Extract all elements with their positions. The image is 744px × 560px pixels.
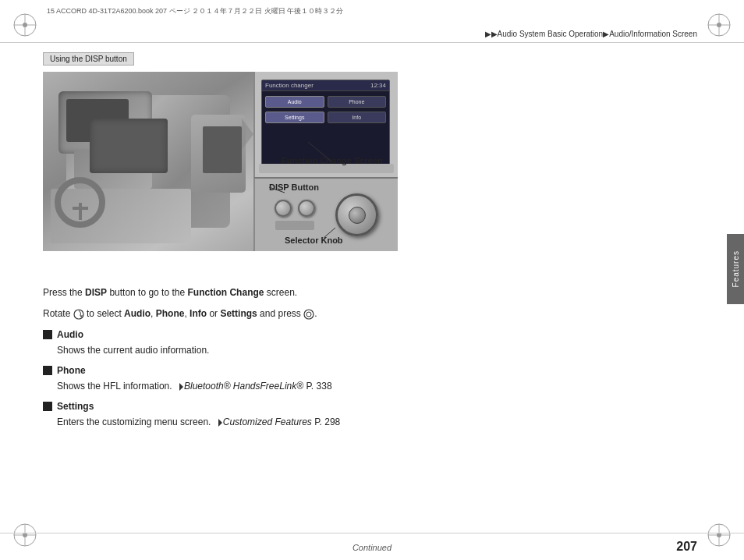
selector-knob[interactable] [335,193,378,236]
disp-btn-left[interactable] [275,200,292,217]
phone-button[interactable]: Phone [328,96,387,108]
disp-button-label: DISP Button [269,183,319,192]
phone-square-icon [43,366,52,375]
settings-description: Enters the customizing menu screen. Cust… [57,415,701,429]
function-screen-display: Function changer 12:34 Audio Phone Setti… [261,80,390,165]
features-tab-label: Features [732,250,740,287]
disp-btn-mid[interactable] [298,200,315,217]
settings-button[interactable]: Settings [265,112,324,123]
continued-label: Continued [353,543,391,552]
function-screen-body: Audio Phone Settings Info [262,91,389,132]
section-phone: Phone [43,365,701,376]
top-bar: 15 ACCORD 4D-31T2A6200.book 207 ページ ２０１４… [0,0,744,43]
settings-heading: Settings [57,401,94,412]
function-screen-title: Function changer [265,82,314,89]
body-paragraph-2: Rotate to select Audio, Phone, Info or S… [43,307,701,321]
phone-description: Shows the HFL information. Bluetooth® Ha… [57,379,701,393]
section-settings: Settings [43,401,701,412]
text-content: Press the DISP button to go to the Funct… [43,285,701,429]
image-section: Function changer 12:34 Audio Phone Setti… [43,72,398,275]
function-change-label: Function Change Screen [282,156,383,165]
features-tab: Features [727,234,744,304]
selector-knob-label: Selector Knob [285,236,343,245]
svg-point-21 [304,310,314,319]
page-number: 207 [676,540,697,554]
audio-description: Shows the current audio information. [57,343,701,357]
phone-heading: Phone [57,365,86,376]
car-interior-image [43,72,253,251]
bottom-bar: Continued 207 [0,533,744,560]
audio-button[interactable]: Audio [265,96,324,108]
file-info: 15 ACCORD 4D-31T2A6200.book 207 ページ ２０１４… [47,6,343,16]
section-audio: Audio [43,329,701,340]
svg-marker-24 [218,419,222,427]
function-row-2: Settings Info [265,112,386,123]
function-screen-time: 12:34 [370,82,386,89]
settings-square-icon [43,402,52,411]
main-content: Using the DISP button [43,43,701,533]
function-row-1: Audio Phone [265,96,386,108]
breadcrumb: ▶▶Audio System Basic Operation▶Audio/Inf… [485,30,697,38]
svg-marker-23 [179,383,183,391]
audio-square-icon [43,330,52,339]
audio-heading: Audio [57,329,83,340]
info-button[interactable]: Info [328,112,387,123]
section-label: Using the DISP button [43,52,134,66]
function-screen-header: Function changer 12:34 [262,80,389,91]
svg-point-19 [74,310,83,319]
body-paragraph-1: Press the DISP button to go to the Funct… [43,285,701,300]
svg-point-22 [306,312,311,317]
